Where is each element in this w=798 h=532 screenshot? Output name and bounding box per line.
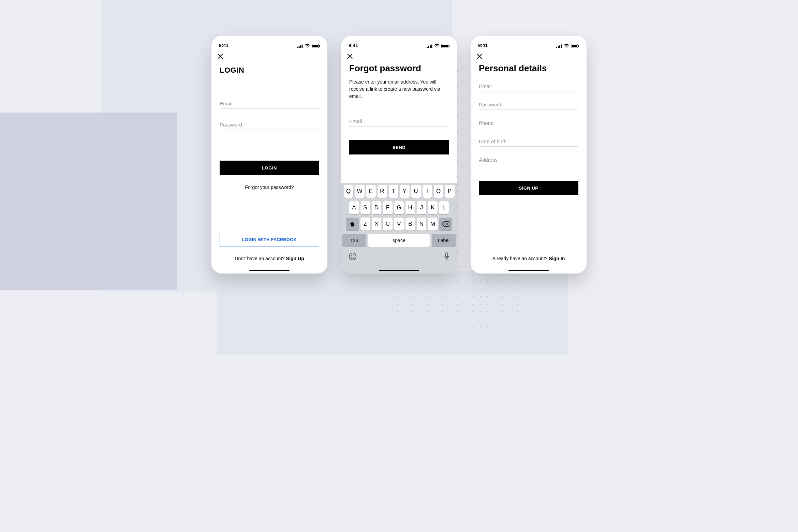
signin-link[interactable]: Sign In [549, 256, 565, 261]
key-g[interactable]: G [394, 201, 404, 214]
close-icon[interactable] [218, 52, 223, 61]
status-icons [297, 44, 320, 48]
svg-rect-5 [312, 45, 318, 47]
battery-icon [312, 44, 320, 48]
return-key[interactable]: Label [432, 234, 456, 247]
key-m[interactable]: M [428, 218, 438, 231]
key-h[interactable]: H [405, 201, 415, 214]
phone-field[interactable] [479, 118, 578, 128]
cellular-icon [427, 44, 432, 48]
password-field[interactable] [220, 120, 319, 130]
email-field[interactable] [349, 116, 449, 127]
svg-rect-15 [449, 45, 449, 47]
svg-rect-12 [431, 44, 432, 48]
signup-link[interactable]: Sign Up [286, 256, 304, 261]
page-title: LOGIN [220, 66, 319, 75]
key-v[interactable]: V [394, 218, 404, 231]
signup-button[interactable]: SIGN UP [479, 181, 578, 195]
wifi-icon [305, 44, 310, 48]
key-f[interactable]: F [383, 201, 393, 214]
home-indicator[interactable] [379, 270, 419, 271]
signin-prompt-text: Already have an account? [492, 256, 549, 261]
key-i[interactable]: I [423, 185, 432, 198]
status-time: 9:41 [219, 43, 228, 48]
key-n[interactable]: N [417, 218, 426, 231]
send-button[interactable]: SEND [349, 140, 449, 154]
on-screen-keyboard: QWERTYUIOP ASDFGHJKL ZXCVBNM 123 space L… [341, 183, 457, 274]
home-indicator[interactable] [249, 270, 290, 271]
email-field[interactable] [220, 99, 319, 109]
key-l[interactable]: L [439, 201, 449, 214]
emoji-icon[interactable] [349, 252, 357, 263]
svg-rect-6 [319, 45, 320, 47]
close-icon[interactable] [347, 52, 353, 61]
svg-rect-3 [302, 44, 303, 48]
battery-icon [441, 44, 449, 48]
screen-login: 9:41 LOGIN LOGIN [211, 36, 327, 274]
key-d[interactable]: D [372, 201, 381, 214]
svg-rect-31 [572, 45, 577, 47]
cellular-icon [297, 44, 303, 48]
shift-key[interactable] [346, 218, 359, 231]
key-w[interactable]: W [355, 185, 365, 198]
key-j[interactable]: J [417, 201, 426, 214]
key-y[interactable]: Y [400, 185, 410, 198]
key-u[interactable]: U [411, 185, 421, 198]
svg-point-20 [349, 253, 356, 260]
key-r[interactable]: R [378, 185, 387, 198]
close-icon[interactable] [477, 52, 482, 61]
status-time: 9:41 [349, 43, 358, 48]
key-o[interactable]: O [434, 185, 443, 198]
home-indicator[interactable] [508, 270, 549, 271]
svg-rect-0 [297, 47, 298, 48]
key-e[interactable]: E [366, 185, 376, 198]
dob-field[interactable] [479, 136, 578, 147]
signin-prompt: Already have an account? Sign In [479, 256, 578, 261]
key-a[interactable]: A [349, 201, 359, 214]
status-icons [556, 44, 579, 48]
svg-rect-11 [430, 45, 431, 48]
signup-prompt-text: Don't have an account? [235, 256, 286, 261]
page-description: Please enter your email address. You wil… [349, 78, 449, 100]
svg-rect-23 [446, 253, 448, 257]
address-field[interactable] [479, 155, 578, 165]
space-key[interactable]: space [368, 234, 430, 247]
status-icons [427, 44, 449, 48]
svg-rect-2 [300, 45, 301, 48]
status-time: 9:41 [478, 43, 488, 48]
signup-prompt: Don't have an account? Sign Up [220, 256, 319, 261]
svg-point-21 [351, 255, 352, 256]
login-button[interactable]: LOGIN [220, 161, 319, 175]
login-facebook-button[interactable]: LOGIN WITH FACEBOOK [220, 232, 319, 247]
password-field[interactable] [479, 100, 578, 110]
svg-rect-26 [556, 47, 557, 48]
key-c[interactable]: C [383, 218, 393, 231]
key-p[interactable]: P [445, 185, 455, 198]
mic-icon[interactable] [444, 252, 449, 263]
key-k[interactable]: K [428, 201, 438, 214]
battery-icon [571, 44, 579, 48]
key-t[interactable]: T [389, 185, 398, 198]
page-title: Personal details [479, 63, 578, 74]
key-s[interactable]: S [360, 201, 370, 214]
svg-rect-9 [427, 47, 428, 48]
email-field[interactable] [479, 81, 578, 91]
key-x[interactable]: X [372, 218, 381, 231]
svg-rect-32 [578, 45, 579, 47]
svg-rect-14 [442, 45, 448, 47]
wifi-icon [434, 44, 440, 48]
status-bar: 9:41 [341, 36, 457, 49]
status-bar: 9:41 [471, 36, 587, 49]
svg-rect-10 [428, 46, 429, 48]
key-b[interactable]: B [405, 218, 415, 231]
svg-rect-1 [299, 46, 300, 48]
key-z[interactable]: Z [360, 218, 370, 231]
status-bar: 9:41 [211, 36, 327, 49]
backspace-key[interactable] [439, 218, 452, 231]
forgot-password-link[interactable]: Forgot your password? [220, 184, 319, 190]
svg-rect-29 [561, 44, 562, 48]
page-title: Forgot password [349, 63, 449, 74]
key-q[interactable]: Q [344, 185, 353, 198]
numeric-key[interactable]: 123 [342, 234, 366, 247]
svg-point-22 [354, 255, 354, 256]
